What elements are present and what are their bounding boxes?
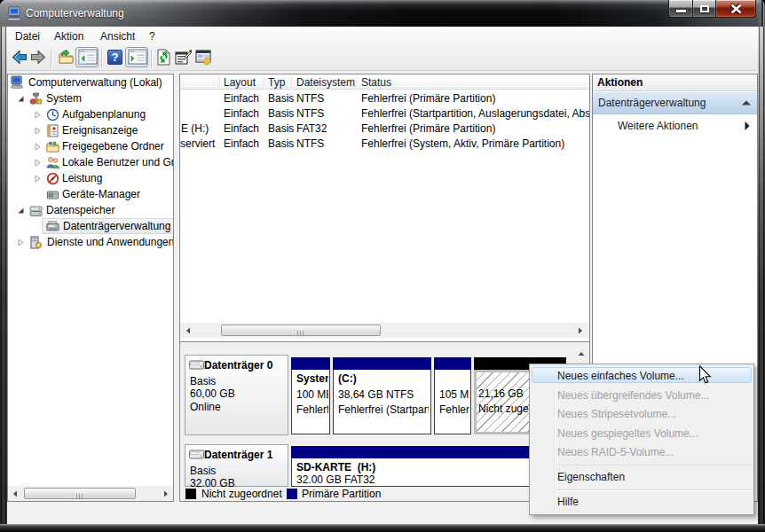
svg-text:?: ? xyxy=(112,51,119,64)
